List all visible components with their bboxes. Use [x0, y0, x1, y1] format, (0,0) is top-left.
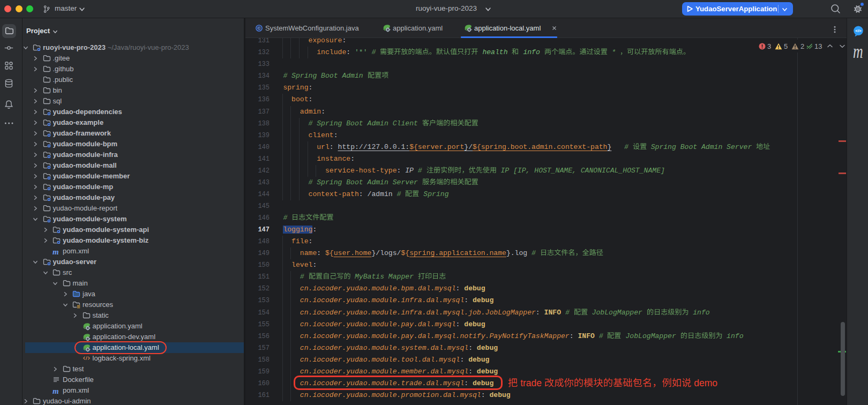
svg-text:</>: </>	[855, 28, 862, 33]
svg-text:C: C	[258, 26, 261, 31]
